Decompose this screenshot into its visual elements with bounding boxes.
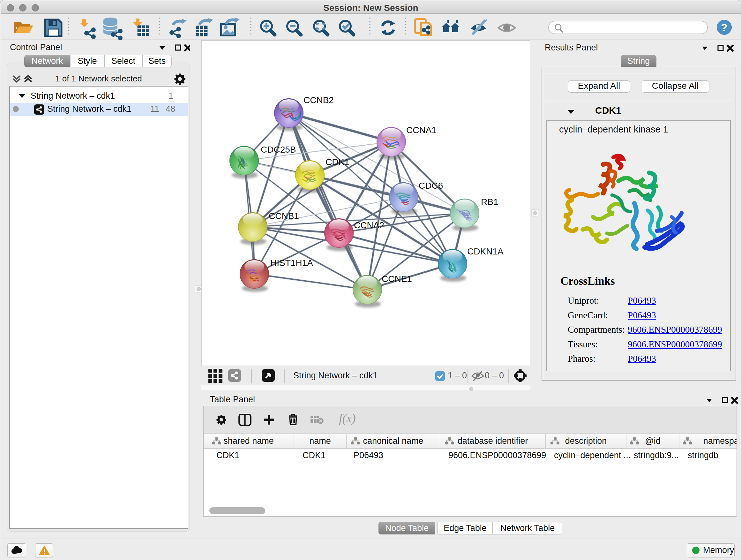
svg-text:CCNB1: CCNB1 — [269, 211, 299, 221]
svg-text:CDK1: CDK1 — [326, 157, 349, 167]
svg-text:RB1: RB1 — [481, 197, 498, 207]
svg-text:CCNE1: CCNE1 — [382, 274, 412, 284]
svg-text:CCNB2: CCNB2 — [304, 95, 334, 105]
svg-text:CCNA1: CCNA1 — [406, 125, 436, 135]
svg-text:CCNA2: CCNA2 — [354, 220, 384, 230]
svg-text:CDKN1A: CDKN1A — [467, 246, 503, 256]
svg-text:CDC25B: CDC25B — [261, 145, 296, 154]
svg-text:CDC6: CDC6 — [419, 181, 443, 191]
svg-text:HIST1H1A: HIST1H1A — [270, 258, 313, 268]
